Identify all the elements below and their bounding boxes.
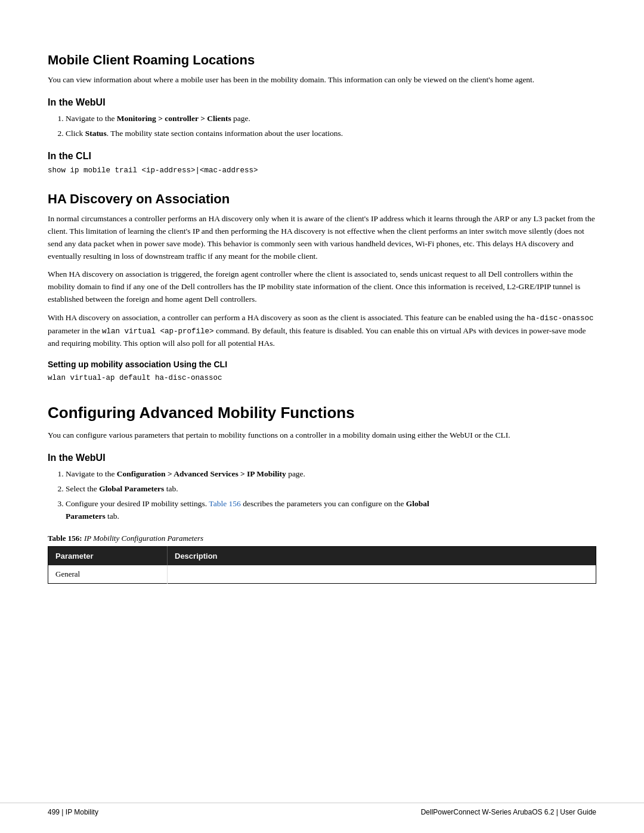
advanced-mobility-intro: You can configure various parameters tha… [48, 429, 596, 442]
advanced-step-2: Select the Global Parameters tab. [66, 483, 596, 496]
table-header: Parameter Description [48, 547, 596, 566]
cli-mobility-title: Setting up mobility association Using th… [48, 360, 596, 369]
ha-code-inline-2: wlan virtual <ap-profile> [102, 327, 214, 336]
advanced-step-1: Navigate to the Configuration > Advanced… [66, 468, 596, 481]
footer-product-name: DellPowerConnect W-Series ArubaOS 6.2 | … [421, 808, 596, 816]
advanced-step-3-bold: Global Parameters [66, 499, 429, 521]
col-header-parameter: Parameter [48, 547, 168, 566]
webui-step-2: Click Status. The mobility state section… [66, 128, 596, 140]
ip-mobility-table: Parameter Description General [48, 546, 596, 584]
mobile-client-title: Mobile Client Roaming Locations [48, 52, 596, 68]
ha-code-inline-1: ha-disc-onassoc [527, 314, 594, 323]
webui-step-1-bold: Monitoring > controller > Clients [117, 114, 231, 123]
table-caption: Table 156: IP Mobility Configuration Par… [48, 532, 596, 544]
webui-step-1: Navigate to the Monitoring > controller … [66, 113, 596, 125]
advanced-step-1-bold: Configuration > Advanced Services > IP M… [117, 469, 286, 478]
table-row: General [48, 565, 596, 584]
ha-discovery-title: HA Discovery on Association [48, 191, 596, 207]
page-footer: 499 | IP Mobility DellPowerConnect W-Ser… [0, 803, 644, 816]
ha-para-1: In normal circumstances a controller per… [48, 213, 596, 263]
webui-1-steps: Navigate to the Monitoring > controller … [66, 113, 596, 140]
page-container: Mobile Client Roaming Locations You can … [0, 0, 644, 631]
ha-discovery-section: HA Discovery on Association In normal ci… [48, 191, 596, 382]
mobile-client-intro: You can view information about where a m… [48, 74, 596, 86]
table-caption-bold: Table 156: [48, 534, 82, 543]
webui-advanced-title: In the WebUI [48, 453, 596, 463]
advanced-step-3: Configure your desired IP mobility setti… [66, 498, 596, 523]
webui-step-2-bold: Status [85, 129, 107, 138]
table-header-row: Parameter Description [48, 547, 596, 566]
table-caption-italic: IP Mobility Configuration Parameters [82, 534, 203, 543]
table-156-link[interactable]: Table 156 [209, 499, 240, 508]
cli-1-code: show ip mobile trail <ip-address>|<mac-a… [48, 166, 596, 175]
mobile-client-section: Mobile Client Roaming Locations You can … [48, 52, 596, 175]
table-cell-description [168, 565, 596, 584]
table-body: General [48, 565, 596, 584]
advanced-step-2-bold: Global Parameters [99, 484, 164, 493]
ha-para-2: When HA discovery on association is trig… [48, 268, 596, 306]
col-header-description: Description [168, 547, 596, 566]
cli-1-title: In the CLI [48, 151, 596, 162]
advanced-mobility-section: Configuring Advanced Mobility Functions … [48, 404, 596, 584]
ha-para-3: With HA discovery on association, a cont… [48, 312, 596, 350]
webui-advanced-steps: Navigate to the Configuration > Advanced… [66, 468, 596, 523]
advanced-mobility-title: Configuring Advanced Mobility Functions [48, 404, 596, 422]
webui-1-title: In the WebUI [48, 97, 596, 108]
cli-mobility-code: wlan virtual-ap default ha-disc-onassoc [48, 374, 596, 382]
footer-page-number: 499 | IP Mobility [48, 808, 98, 816]
table-cell-parameter: General [48, 565, 168, 584]
